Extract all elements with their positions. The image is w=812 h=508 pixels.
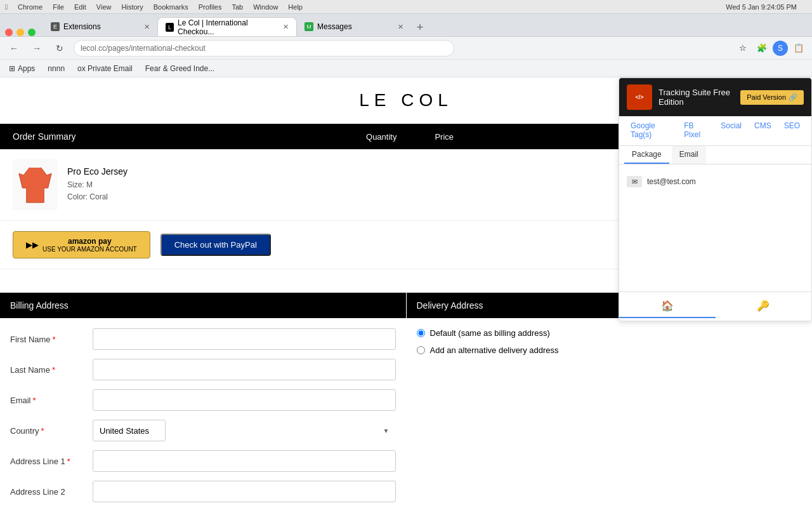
tab-close-lecol[interactable]: ✕ [283, 23, 289, 31]
url-bar[interactable]: lecol.cc/pages/international-checkout [74, 40, 454, 57]
tab-messages[interactable]: M Messages ✕ [297, 17, 411, 36]
address1-input[interactable] [93, 450, 396, 472]
delivery-options: Default (same as billing address) Add an… [407, 318, 813, 373]
main-area: LE COL Order Summary Quantity Price Tota… [0, 77, 812, 508]
apple-menu-icon[interactable]:  [5, 3, 8, 11]
tab-favicon-extensions: E [51, 22, 60, 31]
menu-window[interactable]: Window [253, 3, 278, 11]
tab-cms[interactable]: CMS [748, 116, 778, 145]
email-icon: ✉ [627, 176, 642, 187]
bookmark-nnnn[interactable]: nnnn [44, 63, 69, 74]
menu-chrome[interactable]: Chrome [18, 3, 43, 11]
last-name-input[interactable] [93, 359, 396, 380]
profile-icon[interactable]: S [773, 41, 788, 56]
delivery-alt-radio[interactable] [417, 346, 425, 354]
maximize-window-btn[interactable] [28, 29, 36, 36]
menu-edit[interactable]: Edit [74, 3, 86, 11]
amazon-pay-label: USE YOUR AMAZON ACCOUNT [43, 246, 137, 253]
home-icon: 🏠 [661, 300, 674, 312]
tab-extensions[interactable]: E Extensions ✕ [43, 17, 157, 36]
key-icon: 🔑 [757, 300, 769, 312]
country-select[interactable]: United States United Kingdom Australia C… [93, 420, 166, 441]
delivery-same-label: Default (same as billing address) [430, 328, 550, 338]
address2-label: Address Line 2 [10, 487, 93, 497]
tab-close-extensions[interactable]: ✕ [144, 23, 150, 31]
tab-label-lecol: Le Col | International Checkou... [178, 18, 279, 36]
menu-help[interactable]: Help [288, 3, 303, 11]
mac-os-bar:  Chrome File Edit View History Bookmark… [0, 0, 812, 14]
tab-favicon-messages: M [304, 22, 313, 31]
new-tab-button[interactable]: + [411, 18, 429, 36]
amazon-pay-button[interactable]: ▶▶ amazon pay USE YOUR AMAZON ACCOUNT [13, 231, 150, 258]
address2-input[interactable] [93, 481, 396, 502]
tab-label-messages: Messages [317, 22, 352, 31]
email-label: Email* [10, 396, 93, 405]
menu-view[interactable]: View [96, 3, 112, 11]
tab-lecol[interactable]: L Le Col | International Checkou... ✕ [157, 17, 297, 36]
back-button[interactable]: ← [5, 39, 23, 57]
bookmark-fear-greed[interactable]: Fear & Greed Inde... [141, 63, 218, 74]
panel-header: </> Tracking Suite Free Edition Paid Ver… [619, 78, 811, 116]
tab-label-extensions: Extensions [63, 22, 101, 31]
email-item: ✉ test@test.com [627, 172, 804, 191]
first-name-input[interactable] [93, 328, 396, 350]
item-details: Pro Eco Jersey Size: M Color: Coral [67, 166, 647, 203]
menu-file[interactable]: File [53, 3, 64, 11]
subtab-email[interactable]: Email [672, 146, 706, 164]
panel-tabs: Google Tag(s) FB Pixel Social CMS SEO [619, 116, 811, 146]
paid-version-button[interactable]: Paid Version 🔗 [740, 90, 804, 105]
first-name-label: First Name* [10, 335, 93, 344]
datetime: Wed 5 Jan 9:24:05 PM [726, 3, 797, 11]
delivery-alt-label: Add an alternative delivery address [430, 345, 559, 355]
forms-row: Billing Address First Name* Last Name* [0, 293, 812, 508]
tab-close-messages[interactable]: ✕ [398, 23, 403, 31]
item-color: Color: Coral [67, 191, 647, 203]
billing-form-body: First Name* Last Name* Email* [0, 318, 406, 508]
order-summary-label: Order Summary [13, 131, 76, 142]
quantity-header: Quantity [366, 132, 396, 142]
site-title: LE COL [359, 90, 453, 110]
last-name-label: Last Name* [10, 365, 93, 375]
address1-label: Address Line 1* [10, 457, 93, 466]
panel-home-button[interactable]: 🏠 [619, 295, 716, 318]
bookmark-private-email[interactable]: ox Private Email [74, 63, 136, 74]
tab-social[interactable]: Social [714, 116, 748, 145]
country-row: Country* United States United Kingdom Au… [10, 420, 396, 441]
menu-profiles[interactable]: Profiles [199, 3, 222, 11]
billing-section-header: Billing Address [0, 293, 406, 318]
bookmark-star-icon[interactable]: ☆ [735, 40, 751, 57]
tab-fb-pixel[interactable]: FB Pixel [678, 116, 714, 145]
url-text: lecol.cc/pages/international-checkout [81, 44, 206, 53]
reload-button[interactable]: ↻ [51, 39, 69, 57]
close-window-btn[interactable] [5, 29, 13, 36]
tab-seo[interactable]: SEO [778, 116, 806, 145]
chrome-tabs-bar: E Extensions ✕ L Le Col | International … [0, 14, 812, 37]
panel-subtabs: Package Email [619, 146, 811, 164]
paypal-button[interactable]: Check out with PayPal [160, 234, 271, 256]
email-row: Email* [10, 389, 396, 411]
minimize-window-btn[interactable] [16, 29, 24, 36]
panel-key-button[interactable]: 🔑 [716, 295, 812, 318]
delivery-same-radio[interactable] [417, 329, 425, 337]
menu-history[interactable]: History [122, 3, 143, 11]
delivery-alt-option[interactable]: Add an alternative delivery address [417, 345, 802, 355]
amazon-pay-icon: ▶▶ [26, 240, 39, 250]
reading-list-icon[interactable]: 📋 [790, 40, 807, 57]
tracking-suite-panel: </> Tracking Suite Free Edition Paid Ver… [619, 77, 812, 321]
link-icon: 🔗 [789, 93, 797, 102]
paypal-label: Check out with PayPal [174, 240, 257, 250]
menu-bookmarks[interactable]: Bookmarks [154, 3, 188, 11]
extensions-icon[interactable]: 🧩 [754, 40, 770, 57]
tab-google-tags[interactable]: Google Tag(s) [624, 116, 678, 145]
menu-tab[interactable]: Tab [232, 3, 243, 11]
subtab-package[interactable]: Package [624, 146, 669, 164]
email-input[interactable] [93, 389, 396, 411]
forward-button[interactable]: → [28, 39, 46, 57]
bookmarks-bar: ⊞ Apps nnnn ox Private Email Fear & Gree… [0, 60, 812, 77]
tracking-logo: </> [627, 84, 652, 110]
delivery-same-option[interactable]: Default (same as billing address) [417, 328, 802, 338]
address2-row: Address Line 2 [10, 481, 396, 502]
bookmark-apps[interactable]: ⊞ Apps [5, 63, 39, 74]
delivery-section: Delivery Address Default (same as billin… [407, 293, 813, 508]
country-select-wrapper: United States United Kingdom Australia C… [93, 420, 396, 441]
